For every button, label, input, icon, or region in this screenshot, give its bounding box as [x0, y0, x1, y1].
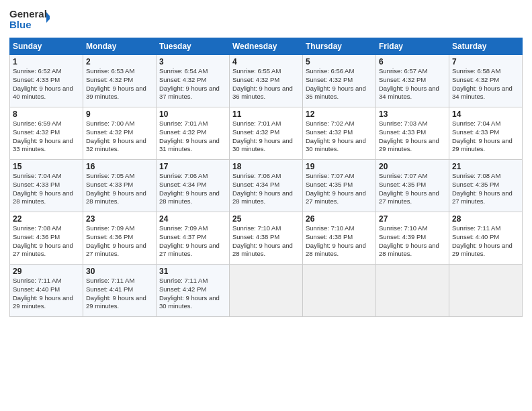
- calendar-cell: 7Sunrise: 6:58 AMSunset: 4:32 PMDaylight…: [449, 55, 523, 107]
- day-info: Sunrise: 6:56 AMSunset: 4:32 PMDaylight:…: [306, 67, 373, 101]
- calendar-cell: 20Sunrise: 7:07 AMSunset: 4:35 PMDayligh…: [376, 160, 449, 212]
- calendar-cell: 22Sunrise: 7:08 AMSunset: 4:36 PMDayligh…: [10, 212, 83, 265]
- weekday-header-thursday: Thursday: [303, 38, 376, 55]
- calendar-cell: 11Sunrise: 7:01 AMSunset: 4:32 PMDayligh…: [230, 107, 303, 160]
- calendar-cell: 31Sunrise: 7:11 AMSunset: 4:42 PMDayligh…: [157, 265, 230, 317]
- day-number: 5: [306, 57, 373, 66]
- day-info: Sunrise: 7:00 AMSunset: 4:32 PMDaylight:…: [86, 120, 153, 154]
- calendar-cell: 25Sunrise: 7:10 AMSunset: 4:38 PMDayligh…: [230, 212, 303, 265]
- calendar-cell: 3Sunrise: 6:54 AMSunset: 4:32 PMDaylight…: [157, 55, 230, 107]
- week-row-4: 22Sunrise: 7:08 AMSunset: 4:36 PMDayligh…: [10, 212, 523, 265]
- day-info: Sunrise: 6:58 AMSunset: 4:32 PMDaylight:…: [452, 67, 519, 101]
- day-number: 22: [13, 214, 80, 224]
- weekday-header-saturday: Saturday: [449, 38, 523, 55]
- day-info: Sunrise: 7:07 AMSunset: 4:35 PMDaylight:…: [306, 172, 373, 206]
- calendar-cell: 28Sunrise: 7:11 AMSunset: 4:40 PMDayligh…: [449, 212, 523, 265]
- day-info: Sunrise: 7:08 AMSunset: 4:35 PMDaylight:…: [452, 172, 519, 206]
- calendar: SundayMondayTuesdayWednesdayThursdayFrid…: [9, 38, 523, 317]
- day-number: 7: [452, 57, 519, 66]
- svg-marker-2: [46, 12, 50, 23]
- calendar-cell: 9Sunrise: 7:00 AMSunset: 4:32 PMDaylight…: [83, 107, 157, 160]
- day-number: 6: [379, 57, 446, 66]
- day-number: 14: [452, 109, 519, 119]
- week-row-3: 15Sunrise: 7:04 AMSunset: 4:33 PMDayligh…: [10, 160, 523, 212]
- header: General Blue: [9, 7, 523, 32]
- calendar-cell: 1Sunrise: 6:52 AMSunset: 4:33 PMDaylight…: [10, 55, 83, 107]
- svg-text:Blue: Blue: [9, 19, 32, 30]
- calendar-cell: 19Sunrise: 7:07 AMSunset: 4:35 PMDayligh…: [303, 160, 376, 212]
- logo: General Blue: [9, 7, 50, 32]
- day-number: 21: [452, 162, 519, 171]
- day-info: Sunrise: 7:10 AMSunset: 4:38 PMDaylight:…: [306, 224, 373, 259]
- day-info: Sunrise: 6:54 AMSunset: 4:32 PMDaylight:…: [159, 67, 226, 101]
- calendar-cell: 15Sunrise: 7:04 AMSunset: 4:33 PMDayligh…: [10, 160, 83, 212]
- day-info: Sunrise: 7:11 AMSunset: 4:41 PMDaylight:…: [86, 277, 153, 311]
- day-number: 30: [86, 267, 153, 276]
- day-info: Sunrise: 7:10 AMSunset: 4:39 PMDaylight:…: [379, 224, 446, 259]
- calendar-cell: 12Sunrise: 7:02 AMSunset: 4:32 PMDayligh…: [303, 107, 376, 160]
- calendar-cell: 29Sunrise: 7:11 AMSunset: 4:40 PMDayligh…: [10, 265, 83, 317]
- day-info: Sunrise: 7:01 AMSunset: 4:32 PMDaylight:…: [232, 120, 300, 154]
- day-info: Sunrise: 7:11 AMSunset: 4:42 PMDaylight:…: [159, 277, 226, 311]
- calendar-cell: 18Sunrise: 7:06 AMSunset: 4:34 PMDayligh…: [230, 160, 303, 212]
- day-number: 17: [159, 162, 226, 171]
- day-info: Sunrise: 7:07 AMSunset: 4:35 PMDaylight:…: [379, 172, 446, 206]
- weekday-header-monday: Monday: [83, 38, 157, 55]
- day-info: Sunrise: 6:59 AMSunset: 4:32 PMDaylight:…: [13, 120, 80, 154]
- calendar-cell: [230, 265, 303, 317]
- day-number: 10: [159, 109, 226, 119]
- calendar-cell: 13Sunrise: 7:03 AMSunset: 4:33 PMDayligh…: [376, 107, 449, 160]
- calendar-cell: 27Sunrise: 7:10 AMSunset: 4:39 PMDayligh…: [376, 212, 449, 265]
- day-number: 28: [452, 214, 519, 224]
- day-info: Sunrise: 7:08 AMSunset: 4:36 PMDaylight:…: [13, 224, 80, 259]
- calendar-cell: 17Sunrise: 7:06 AMSunset: 4:34 PMDayligh…: [157, 160, 230, 212]
- day-info: Sunrise: 7:09 AMSunset: 4:36 PMDaylight:…: [86, 224, 153, 259]
- day-number: 11: [232, 109, 300, 119]
- calendar-cell: 5Sunrise: 6:56 AMSunset: 4:32 PMDaylight…: [303, 55, 376, 107]
- day-info: Sunrise: 7:10 AMSunset: 4:38 PMDaylight:…: [232, 224, 300, 259]
- calendar-cell: 14Sunrise: 7:04 AMSunset: 4:33 PMDayligh…: [449, 107, 523, 160]
- day-info: Sunrise: 7:05 AMSunset: 4:33 PMDaylight:…: [86, 172, 153, 206]
- calendar-cell: [303, 265, 376, 317]
- weekday-header-sunday: Sunday: [10, 38, 83, 55]
- weekday-header-tuesday: Tuesday: [157, 38, 230, 55]
- day-info: Sunrise: 7:11 AMSunset: 4:40 PMDaylight:…: [13, 277, 80, 311]
- day-number: 8: [13, 109, 80, 119]
- calendar-cell: 21Sunrise: 7:08 AMSunset: 4:35 PMDayligh…: [449, 160, 523, 212]
- week-row-5: 29Sunrise: 7:11 AMSunset: 4:40 PMDayligh…: [10, 265, 523, 317]
- day-number: 31: [159, 267, 226, 276]
- day-number: 9: [86, 109, 153, 119]
- calendar-cell: [449, 265, 523, 317]
- day-info: Sunrise: 7:04 AMSunset: 4:33 PMDaylight:…: [452, 120, 519, 154]
- day-number: 16: [86, 162, 153, 171]
- calendar-cell: 8Sunrise: 6:59 AMSunset: 4:32 PMDaylight…: [10, 107, 83, 160]
- calendar-cell: 23Sunrise: 7:09 AMSunset: 4:36 PMDayligh…: [83, 212, 157, 265]
- day-number: 25: [232, 214, 300, 224]
- day-info: Sunrise: 7:06 AMSunset: 4:34 PMDaylight:…: [159, 172, 226, 206]
- day-number: 1: [13, 57, 80, 66]
- calendar-cell: 2Sunrise: 6:53 AMSunset: 4:32 PMDaylight…: [83, 55, 157, 107]
- calendar-cell: 16Sunrise: 7:05 AMSunset: 4:33 PMDayligh…: [83, 160, 157, 212]
- day-number: 27: [379, 214, 446, 224]
- day-info: Sunrise: 6:53 AMSunset: 4:32 PMDaylight:…: [86, 67, 153, 101]
- calendar-cell: 6Sunrise: 6:57 AMSunset: 4:32 PMDaylight…: [376, 55, 449, 107]
- day-info: Sunrise: 6:52 AMSunset: 4:33 PMDaylight:…: [13, 67, 80, 101]
- day-number: 19: [306, 162, 373, 171]
- weekday-header-friday: Friday: [376, 38, 449, 55]
- day-number: 3: [159, 57, 226, 66]
- day-info: Sunrise: 7:09 AMSunset: 4:37 PMDaylight:…: [159, 224, 226, 259]
- day-info: Sunrise: 7:11 AMSunset: 4:40 PMDaylight:…: [452, 224, 519, 259]
- day-number: 26: [306, 214, 373, 224]
- day-info: Sunrise: 7:06 AMSunset: 4:34 PMDaylight:…: [232, 172, 300, 206]
- day-number: 20: [379, 162, 446, 171]
- calendar-cell: 26Sunrise: 7:10 AMSunset: 4:38 PMDayligh…: [303, 212, 376, 265]
- day-number: 29: [13, 267, 80, 276]
- day-info: Sunrise: 7:03 AMSunset: 4:33 PMDaylight:…: [379, 120, 446, 154]
- week-row-2: 8Sunrise: 6:59 AMSunset: 4:32 PMDaylight…: [10, 107, 523, 160]
- day-number: 24: [159, 214, 226, 224]
- day-number: 2: [86, 57, 153, 66]
- day-info: Sunrise: 7:04 AMSunset: 4:33 PMDaylight:…: [13, 172, 80, 206]
- logo-svg: General Blue: [9, 7, 50, 32]
- day-number: 13: [379, 109, 446, 119]
- day-number: 15: [13, 162, 80, 171]
